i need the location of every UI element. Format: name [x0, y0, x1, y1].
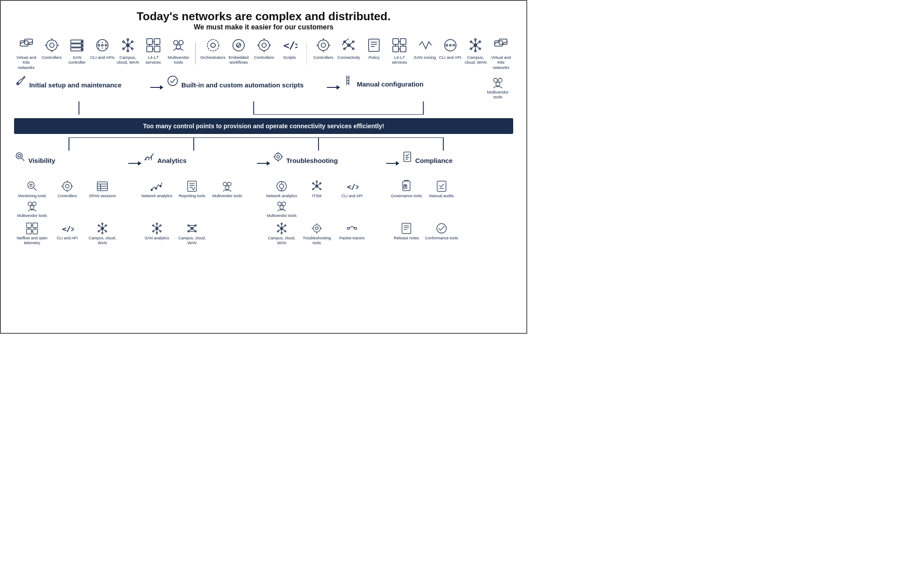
svg-marker-142: [267, 161, 270, 166]
svg-point-50: [207, 40, 219, 51]
svg-point-16: [97, 40, 108, 51]
svg-line-71: [344, 42, 349, 45]
icon-campus-right: Campus, cloud, WAN: [464, 37, 488, 65]
icon-netflow: Netflow and open telemetry: [15, 222, 49, 246]
svg-line-238: [157, 228, 160, 231]
svg-line-261: [278, 228, 282, 231]
svg-point-135: [18, 155, 21, 157]
svg-point-133: [16, 153, 22, 159]
svg-point-17: [98, 44, 100, 46]
icon-span-sessions: SPAN sessions: [85, 180, 120, 199]
visibility-icons-row2: Netflow and open telemetry </> CLI and A…: [14, 221, 139, 246]
svg-rect-208: [27, 229, 32, 234]
svg-point-172: [156, 188, 157, 189]
svg-point-170: [30, 206, 34, 209]
svg-line-100: [471, 42, 475, 45]
top-flow-row: Initial setup and maintenance Built-in a…: [14, 74, 513, 101]
svg-line-222: [99, 225, 102, 228]
icon-san-zoning: SAN zoning: [413, 37, 437, 60]
svg-point-90: [446, 44, 448, 46]
bottom-arrow-1: [127, 151, 143, 176]
svg-line-109: [503, 42, 507, 43]
svg-point-169: [33, 202, 36, 206]
initial-setup-box: Initial setup and maintenance: [14, 74, 148, 101]
analytics-icons-row1: Network analytics Reporting tools: [139, 179, 264, 219]
svg-line-236: [157, 225, 160, 228]
page-title: Today's networks are complex and distrib…: [14, 10, 513, 31]
svg-line-35: [123, 45, 128, 49]
svg-line-73: [344, 45, 349, 49]
svg-point-265: [313, 224, 321, 232]
compliance-icons-row2: Release notes Conformance tools: [388, 221, 513, 246]
svg-point-92: [453, 44, 455, 46]
svg-line-76: [342, 42, 344, 45]
icon-orchestrators: Orchestrators: [200, 37, 226, 60]
visibility-box: Visibility: [14, 151, 127, 176]
svg-line-248: [188, 228, 192, 231]
svg-point-14: [81, 45, 83, 46]
svg-line-192: [317, 184, 320, 187]
svg-line-259: [278, 225, 282, 228]
svg-line-235: [153, 225, 157, 228]
svg-point-278: [437, 224, 446, 233]
icon-cli-api-right: CLI and API: [438, 37, 463, 60]
svg-point-180: [225, 186, 229, 189]
svg-point-178: [223, 182, 227, 186]
title-line2: We must make it easier for our customers: [14, 23, 513, 31]
icon-connectivity: Connectivity: [337, 37, 361, 60]
svg-point-122: [498, 78, 502, 82]
svg-rect-41: [147, 46, 152, 52]
svg-point-182: [279, 184, 284, 188]
troubleshooting-box: Troubleshooting: [272, 151, 384, 176]
svg-point-123: [496, 82, 500, 86]
arrow-2: [327, 83, 340, 92]
svg-point-13: [81, 41, 83, 42]
automation-box: Built-in and custom automation scripts: [166, 74, 324, 101]
svg-line-36: [128, 45, 132, 49]
icon-cli-api-ts: </> CLI and API: [335, 180, 369, 199]
analytics-label: Analytics: [157, 157, 187, 164]
banner: Too many control points to provision and…: [14, 118, 513, 134]
svg-rect-151: [404, 152, 411, 162]
svg-rect-42: [154, 46, 160, 52]
svg-point-198: [282, 202, 286, 206]
icon-multivendor-top-left: Multivendor tools: [167, 37, 191, 65]
svg-point-157: [63, 182, 72, 191]
svg-rect-83: [393, 46, 399, 52]
svg-rect-206: [27, 223, 32, 228]
svg-line-75: [344, 39, 349, 42]
visibility-icons-row1: Monitoring tools Controllers: [14, 179, 139, 219]
svg-point-19: [105, 44, 107, 46]
svg-point-113: [168, 76, 178, 86]
svg-line-74: [349, 45, 353, 49]
svg-line-246: [188, 225, 192, 228]
analytics-icons-row2: SAN analytics: [139, 221, 264, 246]
svg-rect-81: [393, 39, 399, 44]
analytics-box: Analytics: [143, 151, 256, 176]
svg-rect-174: [188, 181, 196, 191]
svg-line-193: [313, 186, 317, 189]
svg-point-61: [321, 43, 326, 47]
svg-point-91: [449, 44, 451, 46]
manual-config-box: Manual configuration: [343, 74, 476, 101]
icon-manual-audits: Manual audits: [424, 180, 459, 218]
svg-line-101: [475, 42, 480, 45]
svg-point-155: [30, 184, 32, 186]
icon-monitoring-tools: Monitoring tools: [15, 180, 49, 199]
svg-point-144: [277, 155, 279, 158]
svg-point-60: [318, 40, 329, 51]
compliance-label: Compliance: [415, 157, 453, 164]
svg-line-102: [471, 45, 475, 49]
icon-multivendor-analytics: Multivendor tools: [210, 180, 244, 218]
svg-point-171: [151, 189, 152, 191]
wrench-icon: [14, 81, 29, 89]
visibility-label: Visibility: [28, 157, 55, 164]
svg-point-53: [259, 40, 269, 51]
svg-line-72: [349, 42, 353, 45]
svg-line-247: [192, 225, 196, 228]
icon-policy: Policy: [362, 37, 387, 60]
icon-virtual-k8s: Virtual and K8s networks: [14, 37, 39, 70]
connector-bottom: [14, 137, 513, 151]
troubleshooting-icons-row1: Network analytics: [264, 179, 388, 219]
svg-line-108: [495, 42, 499, 43]
